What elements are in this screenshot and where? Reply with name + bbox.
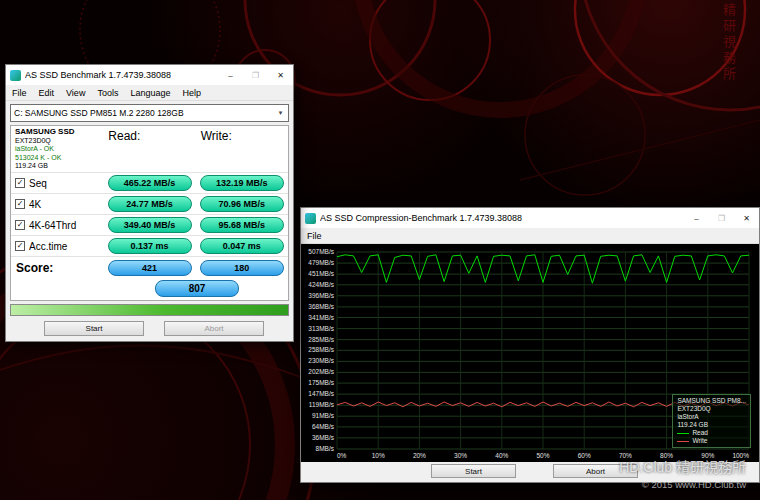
menu-tools[interactable]: Tools: [91, 88, 124, 98]
menu-file[interactable]: File: [6, 88, 33, 98]
svg-text:60%: 60%: [578, 452, 591, 459]
legend-drive-model: SAMSUNG SSD PM8...: [677, 397, 746, 405]
legend-read-label: Read: [692, 429, 708, 437]
maximize-button: ❐: [243, 65, 268, 85]
svg-text:285MB/s: 285MB/s: [308, 336, 334, 343]
svg-text:10%: 10%: [372, 452, 385, 459]
row-acc-time: ✓ Acc.time 0.137 ms 0.047 ms: [11, 235, 288, 256]
svg-text:396MB/s: 396MB/s: [308, 292, 334, 299]
maximize-icon: ❐: [718, 214, 725, 223]
svg-text:507MB/s: 507MB/s: [308, 248, 334, 255]
row-4k: ✓ 4K 24.77 MB/s 70.96 MB/s: [11, 193, 288, 214]
write-score: 180: [200, 260, 284, 276]
close-button[interactable]: ✕: [268, 65, 293, 85]
row-label: 4K: [29, 199, 41, 210]
svg-text:202MB/s: 202MB/s: [308, 368, 334, 375]
start-button[interactable]: Start: [44, 321, 144, 336]
4k-64thrd-write-value: 95.68 MB/s: [200, 217, 284, 233]
close-icon: ✕: [277, 71, 284, 80]
checkbox-4k[interactable]: ✓: [15, 199, 25, 209]
results-panel: SAMSUNG SSD EXT23D0Q iaStorA - OK 513024…: [10, 125, 289, 301]
checkbox-acc-time[interactable]: ✓: [15, 241, 25, 251]
4k-read-value: 24.77 MB/s: [108, 196, 192, 212]
app-icon: [305, 213, 316, 224]
svg-text:451MB/s: 451MB/s: [308, 270, 334, 277]
total-score: 807: [155, 280, 239, 297]
seq-read-value: 465.22 MB/s: [108, 175, 192, 191]
minimize-icon: –: [228, 71, 232, 80]
read-line-swatch: [677, 433, 689, 434]
check-icon: ✓: [17, 200, 24, 208]
abort-button: Abort: [164, 321, 264, 336]
drive-select-value: C: SAMSUNG SSD PM851 M.2 2280 128GB: [14, 108, 184, 118]
watermark-copyright: © 2015 www.HD.Club.tw: [642, 479, 746, 490]
menu-file[interactable]: File: [301, 231, 328, 241]
drive-info: SAMSUNG SSD EXT23D0Q iaStorA - OK 513024…: [11, 126, 103, 172]
chevron-down-icon: ▾: [273, 105, 288, 121]
drive-driver-status: iaStorA - OK: [15, 145, 99, 154]
close-button[interactable]: ✕: [734, 208, 759, 228]
svg-text:368MB/s: 368MB/s: [308, 303, 334, 310]
svg-text:36MB/s: 36MB/s: [312, 434, 335, 441]
row-label: Seq: [29, 178, 47, 189]
check-icon: ✓: [17, 221, 24, 229]
drive-model: SAMSUNG SSD: [15, 128, 99, 137]
menu-view[interactable]: View: [60, 88, 91, 98]
score-row: Score: 421 180: [11, 256, 288, 279]
menu-bar: File Edit View Tools Language Help: [6, 85, 293, 101]
as-ssd-compression-window: AS SSD Compression-Benchmark 1.7.4739.38…: [300, 207, 760, 483]
svg-text:8MB/s: 8MB/s: [316, 445, 335, 452]
row-4k-64thrd: ✓ 4K-64Thrd 349.40 MB/s 95.68 MB/s: [11, 214, 288, 235]
drive-select[interactable]: C: SAMSUNG SSD PM851 M.2 2280 128GB ▾: [10, 104, 289, 122]
row-label: Acc.time: [29, 241, 67, 252]
svg-text:40%: 40%: [495, 452, 508, 459]
svg-text:479MB/s: 479MB/s: [308, 259, 334, 266]
check-icon: ✓: [17, 242, 24, 250]
svg-text:91MB/s: 91MB/s: [312, 412, 335, 419]
start-button[interactable]: Start: [431, 464, 516, 478]
svg-text:147MB/s: 147MB/s: [308, 390, 334, 397]
checkbox-seq[interactable]: ✓: [15, 178, 25, 188]
svg-text:313MB/s: 313MB/s: [308, 325, 334, 332]
minimize-button[interactable]: –: [218, 65, 243, 85]
title-bar[interactable]: AS SSD Compression-Benchmark 1.7.4739.38…: [301, 208, 759, 228]
svg-text:230MB/s: 230MB/s: [308, 357, 334, 364]
window-title: AS SSD Compression-Benchmark 1.7.4739.38…: [320, 213, 522, 223]
menu-edit[interactable]: Edit: [33, 88, 61, 98]
close-icon: ✕: [743, 214, 750, 223]
svg-text:175MB/s: 175MB/s: [308, 379, 334, 386]
legend-driver: iaStorA: [677, 413, 746, 421]
progress-bar: [10, 304, 289, 316]
acc-time-write-value: 0.047 ms: [200, 238, 284, 254]
compression-chart: 507MB/s479MB/s451MB/s424MB/s396MB/s368MB…: [301, 244, 759, 462]
seq-write-value: 132.19 MB/s: [200, 175, 284, 191]
row-label: 4K-64Thrd: [29, 220, 76, 231]
legend-capacity: 119.24 GB: [677, 421, 746, 429]
as-ssd-benchmark-window: AS SSD Benchmark 1.7.4739.38088 – ❐ ✕ Fi…: [5, 64, 294, 342]
watermark-title: HD.Club 精研視務所: [619, 456, 746, 476]
total-score-row: 807: [11, 279, 288, 300]
maximize-icon: ❐: [252, 71, 259, 80]
drive-capacity: 119.24 GB: [15, 162, 99, 171]
row-seq: ✓ Seq 465.22 MB/s 132.19 MB/s: [11, 172, 288, 193]
svg-text:20%: 20%: [413, 452, 426, 459]
checkbox-4k-64thrd[interactable]: ✓: [15, 220, 25, 230]
chart-legend: SAMSUNG SSD PM8... EXT23D0Q iaStorA 119.…: [672, 394, 751, 448]
svg-text:424MB/s: 424MB/s: [308, 281, 334, 288]
menu-language[interactable]: Language: [124, 88, 176, 98]
app-icon: [10, 70, 21, 81]
minimize-button[interactable]: –: [684, 208, 709, 228]
title-bar[interactable]: AS SSD Benchmark 1.7.4739.38088 – ❐ ✕: [6, 65, 293, 85]
svg-text:30%: 30%: [454, 452, 467, 459]
4k-64thrd-read-value: 349.40 MB/s: [108, 217, 192, 233]
svg-text:258MB/s: 258MB/s: [308, 346, 334, 353]
menu-help[interactable]: Help: [176, 88, 207, 98]
window-title: AS SSD Benchmark 1.7.4739.38088: [25, 70, 171, 80]
4k-write-value: 70.96 MB/s: [200, 196, 284, 212]
drive-firmware: EXT23D0Q: [15, 137, 99, 146]
read-score: 421: [108, 260, 192, 276]
write-column-header: Write:: [196, 126, 288, 172]
svg-text:119MB/s: 119MB/s: [309, 401, 335, 408]
read-column-header: Read:: [103, 126, 195, 172]
svg-text:341MB/s: 341MB/s: [308, 314, 334, 321]
